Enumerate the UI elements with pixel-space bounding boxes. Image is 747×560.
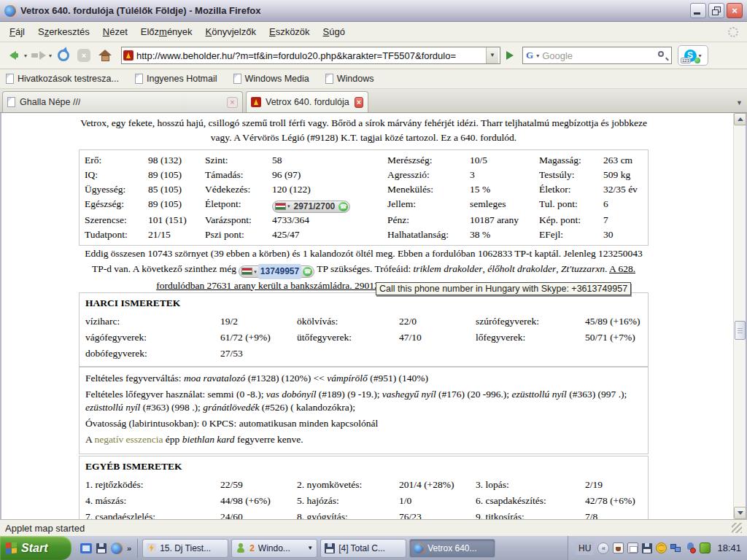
tab-close-icon[interactable]: ×	[355, 97, 363, 108]
shield-tray-icon[interactable]	[700, 542, 711, 553]
chevron-down-icon[interactable]: ▼	[307, 545, 313, 551]
phone-icon[interactable]: ☎	[338, 202, 348, 211]
search-engine-dropdown-icon[interactable]: ▾	[535, 52, 540, 59]
skill-value: 24/60	[220, 509, 297, 519]
trophy-name: élőholt drakolder	[487, 263, 556, 274]
tab-close-icon[interactable]: ×	[227, 97, 238, 108]
java-tray-icon[interactable]	[613, 542, 624, 553]
task-label: [4] Total C...	[338, 543, 385, 553]
back-dropdown-icon[interactable]: ▾	[23, 52, 28, 59]
reload-button[interactable]	[58, 50, 69, 61]
firefox-shortcut-icon[interactable]	[111, 542, 123, 554]
stat-label: Halhatatlanság:	[387, 228, 470, 242]
stat-label: Erő:	[85, 153, 148, 168]
bookmark-item[interactable]: Windows Media	[233, 74, 309, 84]
tab-vetrox-active[interactable]: Vetrox 640. fordulója (Túl... ×	[246, 91, 368, 112]
save-tray-icon[interactable]	[642, 543, 652, 553]
resize-grip[interactable]	[732, 523, 742, 533]
menu-file[interactable]: Fájl	[3, 23, 31, 41]
text: Feltételes fegyverváltás:	[85, 373, 184, 384]
menu-history[interactable]: Előzmények	[134, 23, 199, 41]
skype-toolbar-button[interactable]: S 123 ▾	[678, 45, 708, 66]
url-bar[interactable]: http://www.beholder.hu/?m=tf&in=fordulo2…	[121, 47, 500, 64]
stat-value: 263 cm	[603, 153, 643, 168]
stop-button[interactable]: ×	[77, 49, 90, 62]
taskbar-button-winamp[interactable]: 15. Dj Tiest...	[142, 539, 228, 558]
vertical-scrollbar[interactable]	[733, 113, 746, 519]
stat-label: Jellem:	[387, 197, 470, 213]
search-input[interactable]: G ▾ Google	[522, 47, 672, 64]
start-button[interactable]: Start	[0, 536, 71, 560]
tray-chevron-icon[interactable]: «	[597, 542, 609, 554]
window-title: Vetrox 640. fordulója (Túlélők Földje) -…	[20, 5, 688, 16]
firefox-icon	[414, 543, 424, 553]
restore-button[interactable]	[708, 3, 724, 18]
taskbar-button-total-commander[interactable]: [4] Total C...	[320, 539, 406, 558]
skill-label: dobófegyverek:	[85, 346, 220, 362]
taskbar-button-messenger[interactable]: 2 Windo... ▼	[231, 539, 317, 558]
quick-launch-overflow[interactable]: »	[127, 544, 131, 553]
phone-icon[interactable]: ☎	[303, 267, 312, 276]
bookmark-item[interactable]: Windows	[325, 74, 374, 84]
menu-tools[interactable]: Eszközök	[263, 23, 317, 41]
stat-label: Szint:	[205, 153, 272, 168]
taskbar-button-firefox-active[interactable]: Vetrox 640...	[409, 539, 495, 558]
menu-bookmarks[interactable]: Könyvjelzők	[199, 23, 263, 41]
menu-help[interactable]: Súgó	[317, 23, 352, 41]
essence-line: A negatív esszencia épp biethlan kard fe…	[85, 433, 642, 446]
url-dropdown-button[interactable]: ▼	[486, 47, 498, 63]
list-all-tabs-icon[interactable]: ▼	[736, 99, 743, 106]
stat-value: 120 (122)	[272, 182, 387, 197]
chevron-down-icon: ▾	[287, 199, 290, 214]
scroll-down-button[interactable]	[734, 507, 746, 519]
bookmark-label: Hivatkozások testresza...	[18, 74, 119, 84]
back-button[interactable]	[4, 47, 22, 64]
forward-button[interactable]	[29, 47, 47, 64]
scrollbar-thumb[interactable]	[735, 321, 746, 340]
scroll-up-button[interactable]	[734, 113, 746, 125]
stat-value: 30	[603, 228, 643, 242]
menu-view[interactable]: Nézet	[96, 23, 134, 41]
search-icon[interactable]	[657, 50, 668, 61]
go-button[interactable]	[502, 47, 518, 64]
messenger-offline-tray-icon[interactable]	[685, 542, 696, 553]
network-tray-icon[interactable]	[670, 542, 681, 553]
stats-table: Erő:98 (132)Szint:58Merészség:10/5Magass…	[79, 149, 649, 246]
skill-value: 7/8	[585, 509, 642, 519]
hungary-flag-icon	[275, 203, 286, 210]
page-content: Vetrox, egy fekete, hosszú hajú, csillog…	[0, 113, 747, 519]
weapon-name: biethlan kard	[182, 434, 235, 445]
menu-edit[interactable]: Szerkesztés	[31, 23, 96, 41]
stat-value: 85 (105)	[148, 182, 205, 197]
skype-highlight[interactable]: ▾2971/2700☎	[272, 201, 350, 213]
bookmark-icon	[325, 74, 333, 84]
stat-label: Életpont:	[205, 197, 272, 213]
search-placeholder[interactable]: Google	[542, 50, 655, 61]
status-text: Applet map started	[5, 523, 85, 534]
url-text[interactable]: http://www.beholder.hu/?m=tf&in=fordulo2…	[136, 50, 483, 61]
lifepoint-value: 2971/2700	[292, 199, 338, 214]
stat-label: Életkor:	[539, 182, 603, 197]
trophy-name: Zt'tuzzarxn	[561, 263, 605, 274]
language-indicator[interactable]: HU	[576, 542, 594, 555]
minimize-button[interactable]	[690, 3, 706, 18]
home-button[interactable]	[98, 50, 112, 62]
task-label: Vetrox 640...	[427, 543, 476, 553]
stat-label: EFejl:	[539, 228, 603, 242]
save-shortcut-icon[interactable]	[96, 543, 107, 553]
close-button[interactable]: ×	[727, 3, 743, 18]
text: (#951) (140%)	[368, 373, 428, 384]
bookmark-item[interactable]: Ingyenes Hotmail	[135, 74, 217, 84]
tab-ghalla-nepe[interactable]: Ghalla Népe /// ×	[2, 91, 243, 112]
show-desktop-icon[interactable]	[80, 543, 92, 553]
google-logo-icon[interactable]: G	[526, 50, 533, 61]
bookmark-item[interactable]: Hivatkozások testresza...	[6, 74, 119, 84]
quick-launch: »	[74, 539, 138, 558]
tab-label: Ghalla Népe ///	[20, 97, 80, 107]
system-tray: HU « 18:41	[568, 536, 747, 560]
forward-dropdown-icon[interactable]: ▾	[48, 52, 53, 59]
window-tray-icon[interactable]	[627, 542, 638, 553]
globe-tray-icon[interactable]	[656, 542, 667, 553]
chevron-down-icon: ▾	[254, 264, 257, 279]
skype-highlight[interactable]: ▾13749957☎	[239, 265, 314, 278]
